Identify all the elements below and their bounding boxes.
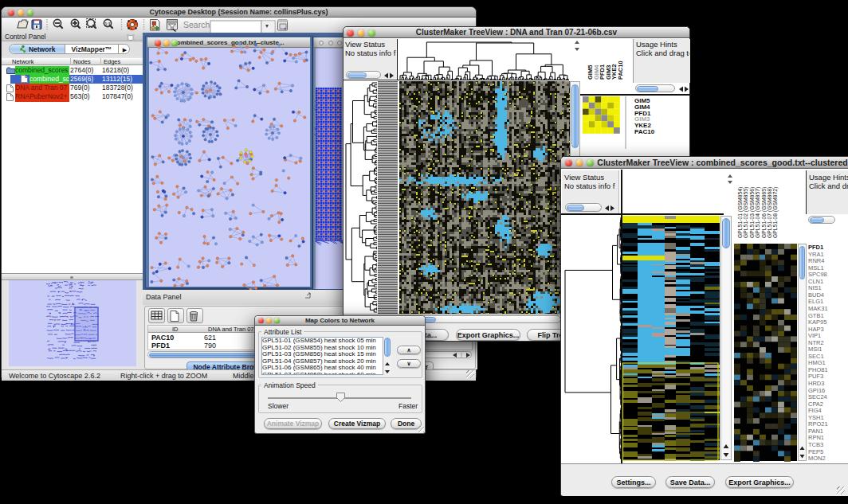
svg-text:Search:: Search: bbox=[183, 20, 212, 29]
svg-text:1:1: 1:1 bbox=[104, 21, 110, 26]
